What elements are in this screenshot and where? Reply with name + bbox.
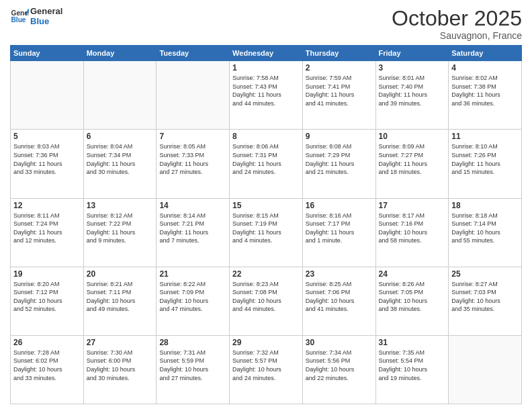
calendar-cell: 27Sunrise: 7:30 AM Sunset: 6:00 PM Dayli… — [83, 335, 157, 404]
day-info: Sunrise: 8:12 AM Sunset: 7:22 PM Dayligh… — [87, 212, 154, 245]
day-info: Sunrise: 8:18 AM Sunset: 7:14 PM Dayligh… — [451, 212, 519, 245]
calendar-cell: 19Sunrise: 8:20 AM Sunset: 7:12 PM Dayli… — [11, 267, 84, 335]
calendar-table: Sunday Monday Tuesday Wednesday Thursday… — [10, 45, 522, 404]
calendar-cell: 18Sunrise: 8:18 AM Sunset: 7:14 PM Dayli… — [449, 198, 522, 267]
calendar-cell: 4Sunrise: 8:02 AM Sunset: 7:38 PM Daylig… — [449, 61, 522, 130]
header-sunday: Sunday — [11, 46, 84, 61]
calendar-cell: 11Sunrise: 8:10 AM Sunset: 7:26 PM Dayli… — [449, 130, 522, 198]
day-number: 30 — [306, 338, 373, 347]
header-thursday: Thursday — [302, 46, 375, 61]
day-info: Sunrise: 8:20 AM Sunset: 7:12 PM Dayligh… — [13, 280, 81, 314]
calendar-cell: 14Sunrise: 8:14 AM Sunset: 7:21 PM Dayli… — [157, 198, 230, 267]
day-info: Sunrise: 8:25 AM Sunset: 7:06 PM Dayligh… — [306, 280, 373, 314]
day-number: 21 — [159, 269, 226, 279]
day-number: 26 — [13, 338, 81, 347]
day-number: 12 — [13, 201, 81, 210]
day-info: Sunrise: 8:26 AM Sunset: 7:05 PM Dayligh… — [379, 280, 446, 314]
day-info: Sunrise: 7:35 AM Sunset: 5:54 PM Dayligh… — [379, 349, 446, 382]
day-number: 4 — [451, 63, 519, 73]
logo-icon: General Blue — [10, 7, 29, 26]
calendar-cell: 5Sunrise: 8:03 AM Sunset: 7:36 PM Daylig… — [11, 130, 84, 198]
calendar-cell: 21Sunrise: 8:22 AM Sunset: 7:09 PM Dayli… — [157, 267, 230, 335]
header-monday: Monday — [83, 46, 157, 61]
calendar-cell: 22Sunrise: 8:23 AM Sunset: 7:08 PM Dayli… — [230, 267, 303, 335]
calendar-cell — [157, 61, 230, 130]
day-number: 10 — [379, 132, 446, 141]
day-info: Sunrise: 8:05 AM Sunset: 7:33 PM Dayligh… — [159, 142, 226, 176]
calendar-cell: 2Sunrise: 7:59 AM Sunset: 7:41 PM Daylig… — [302, 61, 375, 130]
day-info: Sunrise: 7:30 AM Sunset: 6:00 PM Dayligh… — [87, 349, 154, 382]
day-info: Sunrise: 8:14 AM Sunset: 7:21 PM Dayligh… — [159, 212, 226, 245]
day-number: 15 — [232, 201, 300, 210]
calendar-cell: 30Sunrise: 7:34 AM Sunset: 5:56 PM Dayli… — [302, 335, 375, 404]
day-info: Sunrise: 8:10 AM Sunset: 7:26 PM Dayligh… — [451, 142, 519, 176]
day-info: Sunrise: 8:09 AM Sunset: 7:27 PM Dayligh… — [379, 142, 446, 176]
calendar-week-1: 1Sunrise: 7:58 AM Sunset: 7:43 PM Daylig… — [11, 61, 522, 130]
day-number: 16 — [306, 201, 373, 210]
weekday-header-row: Sunday Monday Tuesday Wednesday Thursday… — [11, 46, 522, 61]
title-block: October 2025 Sauvagnon, France — [392, 7, 522, 41]
day-number: 6 — [87, 132, 154, 141]
day-number: 29 — [232, 338, 300, 347]
day-info: Sunrise: 7:34 AM Sunset: 5:56 PM Dayligh… — [306, 349, 373, 382]
day-number: 13 — [87, 201, 154, 210]
month-title: October 2025 — [392, 7, 522, 30]
day-info: Sunrise: 8:22 AM Sunset: 7:09 PM Dayligh… — [159, 280, 226, 314]
header-tuesday: Tuesday — [157, 46, 230, 61]
calendar-cell: 6Sunrise: 8:04 AM Sunset: 7:34 PM Daylig… — [83, 130, 157, 198]
day-info: Sunrise: 8:11 AM Sunset: 7:24 PM Dayligh… — [13, 212, 81, 245]
day-number: 17 — [379, 201, 446, 210]
calendar-cell: 31Sunrise: 7:35 AM Sunset: 5:54 PM Dayli… — [375, 335, 449, 404]
calendar-cell: 10Sunrise: 8:09 AM Sunset: 7:27 PM Dayli… — [375, 130, 449, 198]
day-info: Sunrise: 7:28 AM Sunset: 6:02 PM Dayligh… — [13, 349, 81, 382]
day-number: 22 — [232, 269, 300, 279]
calendar-cell: 7Sunrise: 8:05 AM Sunset: 7:33 PM Daylig… — [157, 130, 230, 198]
calendar-week-2: 5Sunrise: 8:03 AM Sunset: 7:36 PM Daylig… — [11, 130, 522, 198]
calendar-cell: 29Sunrise: 7:32 AM Sunset: 5:57 PM Dayli… — [230, 335, 303, 404]
day-number: 19 — [13, 269, 81, 279]
day-number: 28 — [159, 338, 226, 347]
header: General Blue General Blue October 2025 S… — [10, 7, 522, 41]
calendar-cell: 16Sunrise: 8:16 AM Sunset: 7:17 PM Dayli… — [302, 198, 375, 267]
day-number: 11 — [451, 132, 519, 141]
day-number: 5 — [13, 132, 81, 141]
day-number: 23 — [306, 269, 373, 279]
day-info: Sunrise: 8:03 AM Sunset: 7:36 PM Dayligh… — [13, 142, 81, 176]
calendar-cell: 1Sunrise: 7:58 AM Sunset: 7:43 PM Daylig… — [230, 61, 303, 130]
day-number: 25 — [451, 269, 519, 279]
calendar-cell: 28Sunrise: 7:31 AM Sunset: 5:59 PM Dayli… — [157, 335, 230, 404]
day-number: 3 — [379, 63, 446, 73]
calendar-cell: 17Sunrise: 8:17 AM Sunset: 7:16 PM Dayli… — [375, 198, 449, 267]
day-info: Sunrise: 8:01 AM Sunset: 7:40 PM Dayligh… — [379, 74, 446, 107]
calendar-cell: 9Sunrise: 8:08 AM Sunset: 7:29 PM Daylig… — [302, 130, 375, 198]
day-info: Sunrise: 8:21 AM Sunset: 7:11 PM Dayligh… — [87, 280, 154, 314]
calendar-cell: 13Sunrise: 8:12 AM Sunset: 7:22 PM Dayli… — [83, 198, 157, 267]
day-info: Sunrise: 7:31 AM Sunset: 5:59 PM Dayligh… — [159, 349, 226, 382]
logo-blue: Blue — [30, 17, 62, 27]
calendar-cell — [83, 61, 157, 130]
day-number: 1 — [232, 63, 300, 73]
calendar-week-3: 12Sunrise: 8:11 AM Sunset: 7:24 PM Dayli… — [11, 198, 522, 267]
day-number: 7 — [159, 132, 226, 141]
calendar-cell — [11, 61, 84, 130]
day-info: Sunrise: 8:15 AM Sunset: 7:19 PM Dayligh… — [232, 212, 300, 245]
day-info: Sunrise: 8:16 AM Sunset: 7:17 PM Dayligh… — [306, 212, 373, 245]
day-info: Sunrise: 7:59 AM Sunset: 7:41 PM Dayligh… — [306, 74, 373, 107]
calendar-body: 1Sunrise: 7:58 AM Sunset: 7:43 PM Daylig… — [11, 61, 522, 404]
day-info: Sunrise: 8:23 AM Sunset: 7:08 PM Dayligh… — [232, 280, 300, 314]
calendar-cell: 12Sunrise: 8:11 AM Sunset: 7:24 PM Dayli… — [11, 198, 84, 267]
day-number: 9 — [306, 132, 373, 141]
calendar-week-4: 19Sunrise: 8:20 AM Sunset: 7:12 PM Dayli… — [11, 267, 522, 335]
location: Sauvagnon, France — [392, 30, 522, 41]
day-number: 20 — [87, 269, 154, 279]
day-info: Sunrise: 8:02 AM Sunset: 7:38 PM Dayligh… — [451, 74, 519, 107]
day-number: 24 — [379, 269, 446, 279]
day-info: Sunrise: 7:58 AM Sunset: 7:43 PM Dayligh… — [232, 74, 300, 107]
calendar-cell: 25Sunrise: 8:27 AM Sunset: 7:03 PM Dayli… — [449, 267, 522, 335]
calendar-cell: 3Sunrise: 8:01 AM Sunset: 7:40 PM Daylig… — [375, 61, 449, 130]
calendar-cell: 20Sunrise: 8:21 AM Sunset: 7:11 PM Dayli… — [83, 267, 157, 335]
header-saturday: Saturday — [449, 46, 522, 61]
day-number: 2 — [306, 63, 373, 73]
calendar-cell — [449, 335, 522, 404]
calendar-cell: 23Sunrise: 8:25 AM Sunset: 7:06 PM Dayli… — [302, 267, 375, 335]
